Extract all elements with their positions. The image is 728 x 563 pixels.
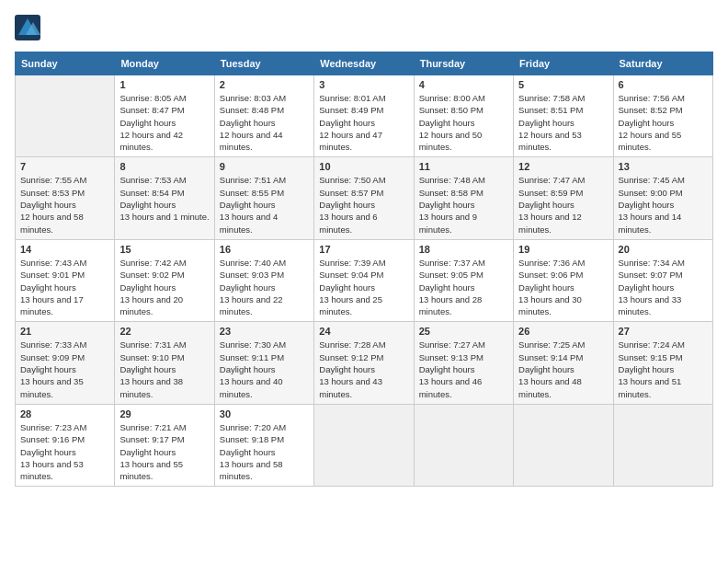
day-info: Sunrise: 7:53 AMSunset: 8:54 PMDaylight …	[119, 174, 209, 223]
day-info: Sunrise: 7:21 AMSunset: 9:17 PMDaylight …	[119, 421, 209, 482]
week-row-2: 7Sunrise: 7:55 AMSunset: 8:53 PMDaylight…	[16, 157, 713, 239]
day-info: Sunrise: 7:51 AMSunset: 8:55 PMDaylight …	[220, 174, 309, 235]
day-number: 13	[619, 161, 708, 172]
day-number: 11	[419, 161, 508, 172]
day-number: 17	[319, 244, 408, 255]
weekday-header-row: SundayMondayTuesdayWednesdayThursdayFrid…	[16, 52, 713, 75]
day-cell: 27Sunrise: 7:24 AMSunset: 9:15 PMDayligh…	[613, 322, 712, 404]
day-cell: 19Sunrise: 7:36 AMSunset: 9:06 PMDayligh…	[514, 239, 613, 321]
weekday-sunday: Sunday	[16, 52, 115, 75]
day-cell	[16, 75, 115, 157]
weekday-saturday: Saturday	[613, 52, 712, 75]
day-info: Sunrise: 8:00 AMSunset: 8:50 PMDaylight …	[419, 92, 508, 153]
day-number: 1	[119, 79, 209, 90]
week-row-3: 14Sunrise: 7:43 AMSunset: 9:01 PMDayligh…	[16, 239, 713, 321]
day-number: 27	[619, 326, 708, 337]
day-cell	[414, 404, 513, 486]
day-info: Sunrise: 8:01 AMSunset: 8:49 PMDaylight …	[319, 92, 408, 153]
day-info: Sunrise: 7:37 AMSunset: 9:05 PMDaylight …	[419, 257, 508, 317]
day-info: Sunrise: 7:55 AMSunset: 8:53 PMDaylight …	[20, 174, 109, 235]
week-row-1: 1Sunrise: 8:05 AMSunset: 8:47 PMDaylight…	[16, 75, 713, 157]
day-cell: 11Sunrise: 7:48 AMSunset: 8:58 PMDayligh…	[414, 157, 513, 239]
day-cell: 15Sunrise: 7:42 AMSunset: 9:02 PMDayligh…	[115, 239, 214, 321]
day-info: Sunrise: 7:45 AMSunset: 9:00 PMDaylight …	[619, 174, 708, 235]
day-cell: 23Sunrise: 7:30 AMSunset: 9:11 PMDayligh…	[214, 322, 313, 404]
day-number: 9	[220, 161, 309, 172]
day-cell: 12Sunrise: 7:47 AMSunset: 8:59 PMDayligh…	[514, 157, 613, 239]
day-number: 23	[220, 326, 309, 337]
day-info: Sunrise: 7:28 AMSunset: 9:12 PMDaylight …	[319, 339, 408, 399]
day-cell: 10Sunrise: 7:50 AMSunset: 8:57 PMDayligh…	[314, 157, 414, 239]
day-cell: 6Sunrise: 7:56 AMSunset: 8:52 PMDaylight…	[613, 75, 712, 157]
day-cell: 3Sunrise: 8:01 AMSunset: 8:49 PMDaylight…	[314, 75, 414, 157]
day-info: Sunrise: 7:39 AMSunset: 9:04 PMDaylight …	[319, 257, 408, 317]
day-number: 5	[518, 79, 608, 90]
day-number: 14	[20, 244, 109, 255]
day-cell: 28Sunrise: 7:23 AMSunset: 9:16 PMDayligh…	[16, 404, 115, 486]
day-info: Sunrise: 7:58 AMSunset: 8:51 PMDaylight …	[518, 92, 608, 153]
day-cell: 2Sunrise: 8:03 AMSunset: 8:48 PMDaylight…	[214, 75, 313, 157]
day-info: Sunrise: 7:23 AMSunset: 9:16 PMDaylight …	[20, 421, 109, 482]
day-number: 12	[518, 161, 608, 172]
day-info: Sunrise: 7:34 AMSunset: 9:07 PMDaylight …	[619, 257, 708, 317]
day-info: Sunrise: 7:36 AMSunset: 9:06 PMDaylight …	[518, 257, 608, 317]
day-cell: 13Sunrise: 7:45 AMSunset: 9:00 PMDayligh…	[613, 157, 712, 239]
week-row-5: 28Sunrise: 7:23 AMSunset: 9:16 PMDayligh…	[16, 404, 713, 486]
calendar-table: SundayMondayTuesdayWednesdayThursdayFrid…	[15, 52, 713, 487]
weekday-monday: Monday	[115, 52, 214, 75]
page-header	[15, 15, 713, 40]
day-cell: 21Sunrise: 7:33 AMSunset: 9:09 PMDayligh…	[16, 322, 115, 404]
day-number: 21	[20, 326, 109, 337]
day-number: 16	[220, 244, 309, 255]
day-number: 6	[619, 79, 708, 90]
weekday-friday: Friday	[514, 52, 613, 75]
day-cell: 20Sunrise: 7:34 AMSunset: 9:07 PMDayligh…	[613, 239, 712, 321]
day-cell: 1Sunrise: 8:05 AMSunset: 8:47 PMDaylight…	[115, 75, 214, 157]
day-cell: 25Sunrise: 7:27 AMSunset: 9:13 PMDayligh…	[414, 322, 513, 404]
day-cell	[613, 404, 712, 486]
weekday-wednesday: Wednesday	[314, 52, 414, 75]
day-info: Sunrise: 7:33 AMSunset: 9:09 PMDaylight …	[20, 339, 109, 399]
day-cell: 5Sunrise: 7:58 AMSunset: 8:51 PMDaylight…	[514, 75, 613, 157]
day-number: 20	[619, 244, 708, 255]
day-info: Sunrise: 7:42 AMSunset: 9:02 PMDaylight …	[119, 257, 209, 317]
day-info: Sunrise: 7:48 AMSunset: 8:58 PMDaylight …	[419, 174, 508, 235]
day-cell: 24Sunrise: 7:28 AMSunset: 9:12 PMDayligh…	[314, 322, 414, 404]
day-cell: 7Sunrise: 7:55 AMSunset: 8:53 PMDaylight…	[16, 157, 115, 239]
day-number: 3	[319, 79, 408, 90]
day-info: Sunrise: 7:56 AMSunset: 8:52 PMDaylight …	[619, 92, 708, 153]
day-info: Sunrise: 8:05 AMSunset: 8:47 PMDaylight …	[119, 92, 209, 153]
day-cell: 22Sunrise: 7:31 AMSunset: 9:10 PMDayligh…	[115, 322, 214, 404]
day-info: Sunrise: 7:47 AMSunset: 8:59 PMDaylight …	[518, 174, 608, 235]
day-cell: 30Sunrise: 7:20 AMSunset: 9:18 PMDayligh…	[214, 404, 313, 486]
day-info: Sunrise: 7:30 AMSunset: 9:11 PMDaylight …	[220, 339, 309, 399]
day-number: 22	[119, 326, 209, 337]
day-info: Sunrise: 8:03 AMSunset: 8:48 PMDaylight …	[220, 92, 309, 153]
day-number: 28	[20, 408, 109, 419]
day-info: Sunrise: 7:40 AMSunset: 9:03 PMDaylight …	[220, 257, 309, 317]
day-info: Sunrise: 7:50 AMSunset: 8:57 PMDaylight …	[319, 174, 408, 235]
day-number: 24	[319, 326, 408, 337]
day-cell: 29Sunrise: 7:21 AMSunset: 9:17 PMDayligh…	[115, 404, 214, 486]
day-number: 2	[220, 79, 309, 90]
day-number: 25	[419, 326, 508, 337]
day-cell: 9Sunrise: 7:51 AMSunset: 8:55 PMDaylight…	[214, 157, 313, 239]
day-cell: 4Sunrise: 8:00 AMSunset: 8:50 PMDaylight…	[414, 75, 513, 157]
day-info: Sunrise: 7:20 AMSunset: 9:18 PMDaylight …	[220, 421, 309, 482]
logo-icon	[15, 15, 40, 40]
day-cell: 16Sunrise: 7:40 AMSunset: 9:03 PMDayligh…	[214, 239, 313, 321]
day-number: 10	[319, 161, 408, 172]
day-number: 15	[119, 244, 209, 255]
weekday-tuesday: Tuesday	[214, 52, 313, 75]
day-info: Sunrise: 7:27 AMSunset: 9:13 PMDaylight …	[419, 339, 508, 399]
calendar-body: 1Sunrise: 8:05 AMSunset: 8:47 PMDaylight…	[16, 75, 713, 487]
day-number: 18	[419, 244, 508, 255]
logo	[15, 15, 44, 40]
day-info: Sunrise: 7:31 AMSunset: 9:10 PMDaylight …	[119, 339, 209, 399]
week-row-4: 21Sunrise: 7:33 AMSunset: 9:09 PMDayligh…	[16, 322, 713, 404]
day-number: 7	[20, 161, 109, 172]
day-cell	[314, 404, 414, 486]
day-cell: 14Sunrise: 7:43 AMSunset: 9:01 PMDayligh…	[16, 239, 115, 321]
day-cell: 26Sunrise: 7:25 AMSunset: 9:14 PMDayligh…	[514, 322, 613, 404]
day-number: 29	[119, 408, 209, 419]
